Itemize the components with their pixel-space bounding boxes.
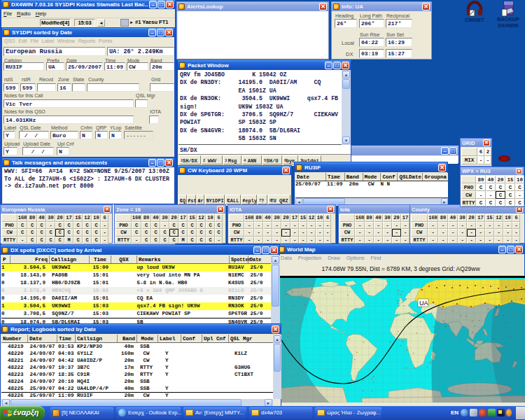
svg-text:UA: UA <box>419 300 428 307</box>
